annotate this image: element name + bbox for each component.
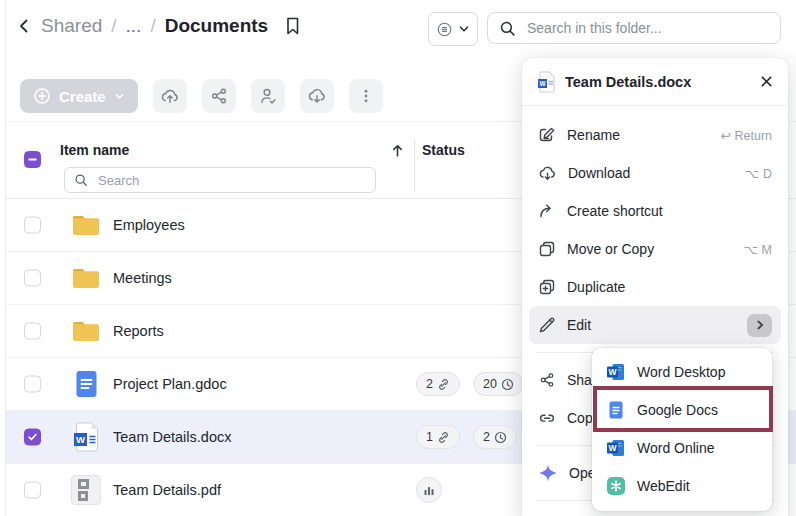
status-cell: 1 2 — [416, 425, 517, 449]
context-menu-header: W Team Details.docx — [522, 58, 788, 106]
item-name: Reports — [113, 323, 164, 339]
submenu-item-word-online[interactable]: W Word Online — [592, 429, 772, 467]
breadcrumb: Shared / ... / Documents — [16, 15, 302, 37]
breadcrumb-separator: / — [111, 15, 116, 37]
svg-text:W: W — [608, 367, 617, 377]
item-name: Project Plan.gdoc — [113, 376, 227, 392]
breadcrumb-current-folder: Documents — [165, 15, 268, 37]
download-button[interactable] — [300, 79, 334, 113]
menu-shortcut: ⌥ D — [745, 166, 772, 181]
row-checkbox[interactable] — [24, 270, 41, 287]
chevron-down-icon — [114, 91, 125, 102]
column-header-status[interactable]: Status — [422, 142, 465, 158]
scope-icon — [436, 21, 453, 38]
links-badge[interactable]: 2 — [416, 372, 460, 396]
menu-item-duplicate[interactable]: Duplicate — [522, 268, 788, 306]
row-checkbox[interactable] — [24, 376, 41, 393]
create-button-label: Create — [59, 88, 106, 105]
back-icon[interactable] — [16, 17, 32, 35]
row-checkbox[interactable] — [24, 217, 41, 234]
duplicate-icon — [538, 278, 556, 296]
search-icon — [74, 173, 88, 187]
versions-badge[interactable]: 20 — [473, 372, 524, 396]
plus-circle-icon — [33, 87, 51, 105]
pdf-icon — [68, 475, 104, 505]
word-file-icon: W — [537, 71, 555, 93]
google-docs-logo-icon — [606, 400, 626, 420]
search-icon — [499, 20, 516, 37]
item-name: Team Details.pdf — [113, 482, 221, 498]
chevron-down-icon — [458, 23, 470, 35]
edit-submenu: W Word Desktop Google Docs W Word Online… — [592, 348, 772, 511]
column-divider — [414, 139, 415, 192]
folder-icon — [68, 266, 104, 290]
row-checkbox[interactable] — [24, 323, 41, 340]
submenu-chevron-button[interactable] — [747, 314, 772, 337]
sparkle-icon — [538, 463, 558, 483]
submenu-item-webedit[interactable]: WebEdit — [592, 467, 772, 505]
folder-icon — [68, 319, 104, 343]
webedit-logo-icon — [606, 476, 626, 496]
select-all-checkbox[interactable] — [24, 151, 41, 168]
name-filter-input[interactable] — [96, 172, 366, 189]
menu-item-create-shortcut[interactable]: Create shortcut — [522, 192, 788, 230]
user-check-icon — [258, 86, 278, 106]
more-options-button[interactable] — [349, 79, 383, 113]
item-name: Meetings — [113, 270, 172, 286]
breadcrumb-separator: / — [150, 15, 155, 37]
folder-search[interactable] — [487, 12, 781, 44]
cloud-download-icon — [307, 86, 327, 106]
word-logo-icon: W — [606, 362, 626, 382]
kebab-icon — [358, 88, 374, 104]
folder-icon — [68, 213, 104, 237]
menu-item-download[interactable]: Download ⌥ D — [522, 154, 788, 192]
column-header-item-name[interactable]: Item name — [60, 142, 129, 158]
menu-item-edit[interactable]: Edit — [529, 306, 781, 344]
name-filter[interactable] — [64, 167, 376, 193]
item-name: Employees — [113, 217, 185, 233]
share-icon — [209, 86, 229, 106]
permissions-button[interactable] — [251, 79, 285, 113]
submenu-item-google-docs[interactable]: Google Docs — [592, 391, 772, 429]
move-copy-icon — [538, 240, 556, 258]
share-icon — [538, 371, 556, 389]
create-button[interactable]: Create — [20, 79, 138, 113]
action-toolbar: Create — [20, 79, 383, 113]
shortcut-arrow-icon — [538, 202, 556, 220]
breadcrumb-collapsed[interactable]: ... — [126, 15, 142, 37]
share-button[interactable] — [202, 79, 236, 113]
svg-text:W: W — [539, 79, 546, 86]
versions-badge[interactable]: 2 — [473, 425, 517, 449]
row-checkbox-checked[interactable] — [24, 429, 41, 446]
svg-text:W: W — [608, 443, 617, 453]
menu-shortcut: ⌥ M — [744, 242, 772, 257]
menu-shortcut: ↩ Return — [721, 128, 772, 143]
sort-ascending-icon[interactable] — [390, 143, 405, 158]
svg-text:W: W — [76, 434, 85, 445]
status-cell — [416, 477, 442, 503]
cloud-download-icon — [538, 164, 557, 183]
folder-search-input[interactable] — [525, 19, 769, 37]
activity-badge[interactable] — [416, 477, 442, 503]
word-doc-icon: W — [68, 422, 104, 452]
row-checkbox[interactable] — [24, 482, 41, 499]
context-menu-title: Team Details.docx — [565, 74, 750, 90]
bookmark-icon[interactable] — [283, 15, 302, 37]
pencil-icon — [538, 316, 556, 334]
search-scope-dropdown[interactable] — [428, 12, 478, 46]
links-badge[interactable]: 1 — [416, 425, 460, 449]
submenu-item-word-desktop[interactable]: W Word Desktop — [592, 353, 772, 391]
google-doc-icon — [68, 370, 104, 398]
upload-button[interactable] — [153, 79, 187, 113]
word-logo-icon: W — [606, 438, 626, 458]
cloud-upload-icon — [160, 86, 180, 106]
breadcrumb-parent[interactable]: Shared — [41, 15, 102, 37]
copy-link-icon — [538, 409, 556, 427]
menu-item-rename[interactable]: Rename ↩ Return — [522, 116, 788, 154]
menu-item-move-or-copy[interactable]: Move or Copy ⌥ M — [522, 230, 788, 268]
item-name: Team Details.docx — [113, 429, 231, 445]
status-cell: 2 20 — [416, 372, 524, 396]
close-icon[interactable] — [760, 75, 773, 88]
rename-icon — [538, 126, 556, 144]
